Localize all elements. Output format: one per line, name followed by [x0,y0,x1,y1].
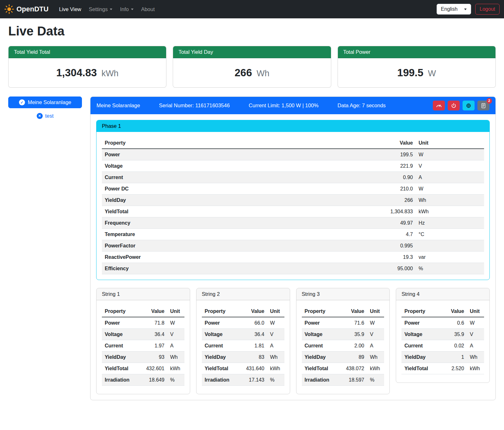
unit-cell: Hz [416,217,484,229]
limit-settings-button[interactable] [433,101,445,110]
speedometer-icon [436,103,442,109]
summary-value: 199.5 [397,67,424,78]
column-unit: Unit [367,306,384,317]
cpu-icon [466,103,471,109]
table-row: YieldDay266Wh [102,195,484,206]
unit-cell: Wh [416,195,484,206]
summary-card-title: Total Yield Total [9,46,166,58]
summary-value: 266 [234,67,252,78]
unit-cell: kWh [367,363,384,374]
value-cell: 438.072 [338,363,367,374]
current-limit: Current Limit: 1,500 W | 100% [249,103,319,109]
table-row: Efficiency95.000% [102,263,484,274]
unit-cell: A [416,172,484,183]
string-card-4: String 4 Property Value Unit [396,288,490,383]
property-cell: Power [302,317,339,329]
inverter-panel-body: Phase 1 Property Value Unit Power199.5WV… [90,114,495,400]
summary-unit: kWh [102,69,119,78]
unit-cell: kWh [167,363,184,374]
property-cell: Current [302,340,339,352]
property-cell: Power [401,317,441,329]
table-header-row: Property Value Unit [102,306,184,317]
column-value: Value [238,306,267,317]
property-cell: Voltage [202,329,239,340]
property-cell: Temperature [102,229,289,240]
sidebar-item-meine-solaranlage[interactable]: ✓ Meine Solaranlage [8,97,82,108]
nav-item-live-view[interactable]: Live View [56,4,84,15]
property-cell: Voltage [102,329,139,340]
table-row: Power66.0W [202,317,284,329]
nav-item-settings[interactable]: Settings [86,4,115,15]
value-cell: 1,304.833 [289,206,416,217]
table-header-row: Property Value Unit [401,306,484,317]
string-card-title: String 3 [296,288,390,300]
property-cell: Current [102,340,139,352]
table-header-row: Property Value Unit [102,137,484,149]
column-value: Value [338,306,367,317]
phase-table: Property Value Unit Power199.5WVoltage22… [102,137,484,274]
table-row: Frequency49.97Hz [102,217,484,229]
brand[interactable]: OpenDTU [4,4,48,14]
value-cell: 221.9 [289,160,416,172]
summary-unit: W [428,69,436,78]
property-cell: Voltage [302,329,339,340]
column-unit: Unit [167,306,184,317]
unit-cell: kWh [416,206,484,217]
table-row: Voltage35.9V [401,329,484,340]
unit-cell: V [416,160,484,172]
table-row: Power DC210.0W [102,183,484,195]
table-header: Property Value Unit [202,306,284,317]
event-log-button[interactable]: 2 [477,101,489,110]
property-cell: YieldTotal [202,363,239,374]
value-cell: 1.97 [139,340,167,352]
caret-down-icon [110,9,112,10]
nav-item-label: Settings [89,6,108,12]
string-card-body: Property Value Unit Power71.8WVoltage36.… [96,300,190,394]
nav-item-about[interactable]: About [138,4,158,15]
column-unit: Unit [416,137,484,149]
string-card-title: String 1 [96,288,190,300]
summary-card-total-power: Total Power 199.5 W [338,46,496,88]
table-row: Irradiation18.649% [102,374,184,386]
table-row: Irradiation18.597% [302,374,384,386]
table-row: Current0.02A [401,340,484,352]
unit-cell: kWh [467,363,484,374]
data-age: Data Age: 7 seconds [338,103,386,109]
table-row: YieldDay89Wh [302,352,384,363]
table-row: Current2.00A [302,340,384,352]
nav-item-info[interactable]: Info [117,4,136,15]
string-card-body: Property Value Unit Power71.6WVoltage35.… [296,300,390,394]
inverter-name: Meine Solaranlage [96,103,140,109]
string-card-3: String 3 Property Value Unit [296,288,390,394]
value-cell: 266 [289,195,416,206]
phase-table-body: Power199.5WVoltage221.9VCurrent0.90APowe… [102,149,484,274]
value-cell: 66.0 [238,317,267,329]
value-cell: 95.000 [289,263,416,274]
table-row: YieldTotal431.640kWh [202,363,284,374]
sidebar-item-test[interactable]: ✕ test [8,113,82,119]
value-cell: 0.90 [289,172,416,183]
content-area: ✓ Meine Solaranlage ✕ test Meine Solaran… [8,97,496,400]
value-cell: 0.995 [289,240,416,252]
x-circle-icon: ✕ [37,113,43,119]
string-table: Property Value Unit Power71.8WVoltage36.… [102,306,184,386]
serial-number: Serial Number: 116171603546 [159,103,230,109]
unit-cell: W [367,317,384,329]
power-control-button[interactable] [448,101,460,110]
string-table-body: Power71.6WVoltage35.9VCurrent2.00AYieldD… [302,317,384,386]
string-card-body: Property Value Unit Power66.0WVoltage36.… [196,300,290,394]
nav-links: Live View Settings Info About [56,4,436,15]
device-info-button[interactable] [463,101,475,110]
unit-cell: Wh [467,352,484,363]
unit-cell: Wh [367,352,384,363]
nav-item-label: Live View [59,6,81,12]
logout-button[interactable]: Logout [475,4,500,15]
column-property: Property [202,306,239,317]
unit-cell: W [416,183,484,195]
value-cell: 1.81 [238,340,267,352]
column-property: Property [302,306,339,317]
property-cell: Voltage [102,160,289,172]
unit-cell [416,240,484,252]
language-select[interactable]: English [437,4,471,15]
table-header: Property Value Unit [102,306,184,317]
